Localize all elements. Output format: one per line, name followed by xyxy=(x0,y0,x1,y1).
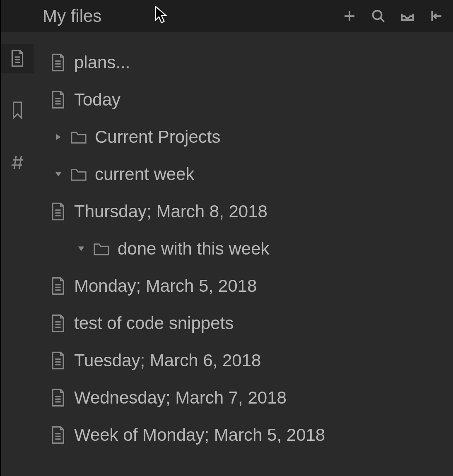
add-button[interactable] xyxy=(341,8,358,24)
main-area: plans... Today Current Projects xyxy=(0,32,453,476)
header-title: My files xyxy=(43,6,341,26)
tree-item-label: current week xyxy=(95,164,194,184)
tree-item-folder[interactable]: current week xyxy=(34,156,453,193)
disclosure-open[interactable] xyxy=(77,245,85,253)
tree-item-file[interactable]: Tuesday; March 6, 2018 xyxy=(34,342,453,379)
svg-line-3 xyxy=(381,18,384,22)
file-icon xyxy=(49,53,67,72)
tree-item-label: plans... xyxy=(74,53,130,72)
sidebar-item-files[interactable] xyxy=(1,44,34,73)
search-button[interactable] xyxy=(370,8,387,24)
file-icon xyxy=(49,425,67,445)
folder-icon xyxy=(70,127,87,147)
file-icon xyxy=(49,276,67,296)
plus-icon xyxy=(342,9,357,24)
disclosure-open[interactable] xyxy=(54,170,63,178)
tree-item-label: test of code snippets xyxy=(74,313,234,333)
tree-item-file[interactable]: Thursday; March 8, 2018 xyxy=(34,193,453,230)
tree-item-label: Week of Monday; March 5, 2018 xyxy=(74,425,325,445)
folder-icon xyxy=(93,239,110,259)
chevron-down-icon xyxy=(55,171,62,178)
svg-marker-20 xyxy=(55,172,61,177)
header-actions xyxy=(341,8,445,24)
svg-line-11 xyxy=(14,156,16,169)
collapse-button[interactable] xyxy=(428,8,445,24)
disclosure-closed[interactable] xyxy=(54,133,63,141)
chevron-down-icon xyxy=(77,245,85,252)
file-icon xyxy=(49,388,67,408)
tree-item-label: Tuesday; March 6, 2018 xyxy=(74,351,261,370)
hash-icon xyxy=(10,153,25,171)
collapse-icon xyxy=(429,9,444,24)
sidebar-item-tags[interactable] xyxy=(1,147,34,176)
document-icon xyxy=(10,49,25,67)
search-icon xyxy=(371,9,386,24)
tree-item-label: Thursday; March 8, 2018 xyxy=(74,202,267,221)
sidebar-item-bookmarks[interactable] xyxy=(1,96,34,125)
file-tree: plans... Today Current Projects xyxy=(34,32,453,476)
tree-item-label: Today xyxy=(74,90,120,110)
tree-item-folder[interactable]: done with this week xyxy=(34,230,453,267)
tree-item-label: Current Projects xyxy=(95,127,220,147)
tree-item-label: Wednesday; March 7, 2018 xyxy=(74,388,287,408)
file-icon xyxy=(49,351,67,370)
svg-marker-19 xyxy=(56,134,61,140)
tree-item-file[interactable]: Monday; March 5, 2018 xyxy=(34,267,453,305)
header: My files xyxy=(0,0,453,32)
svg-line-12 xyxy=(19,156,22,169)
inbox-button[interactable] xyxy=(399,8,416,24)
sidebar xyxy=(1,32,34,476)
tree-item-file[interactable]: Today xyxy=(34,81,453,118)
file-icon xyxy=(49,90,67,110)
tree-item-file[interactable]: test of code snippets xyxy=(34,305,453,342)
tree-item-file[interactable]: Week of Monday; March 5, 2018 xyxy=(34,416,453,454)
tree-item-label: done with this week xyxy=(118,239,270,259)
file-icon xyxy=(49,202,67,221)
file-icon xyxy=(49,313,67,333)
inbox-icon xyxy=(400,9,415,24)
tree-item-folder[interactable]: Current Projects xyxy=(34,118,453,156)
bookmark-icon xyxy=(10,101,25,119)
folder-icon xyxy=(70,164,87,184)
svg-marker-24 xyxy=(78,247,84,251)
tree-item-file[interactable]: plans... xyxy=(34,44,453,81)
tree-item-file[interactable]: Wednesday; March 7, 2018 xyxy=(34,379,453,416)
chevron-right-icon xyxy=(55,133,62,141)
tree-item-label: Monday; March 5, 2018 xyxy=(74,276,257,296)
svg-point-2 xyxy=(373,11,382,19)
